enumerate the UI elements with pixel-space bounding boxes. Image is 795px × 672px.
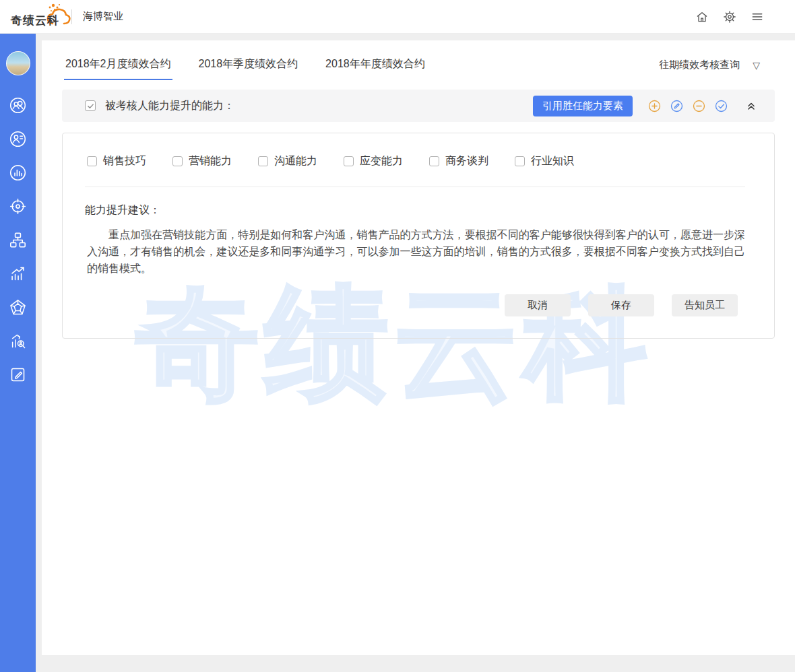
add-circle-icon[interactable] — [648, 100, 661, 112]
skill-option-sales-skill[interactable]: 销售技巧 — [87, 154, 146, 168]
target-icon — [9, 197, 27, 215]
trend-chart-icon — [9, 265, 27, 283]
left-sidebar — [0, 34, 36, 672]
users-icon — [9, 96, 27, 114]
checkbox-unchecked[interactable] — [258, 156, 268, 166]
skill-option-adaptability[interactable]: 应变能力 — [344, 154, 403, 168]
sidebar-item-users[interactable] — [8, 95, 28, 115]
history-query-label: 往期绩效考核查询 — [659, 59, 740, 71]
check-icon — [87, 102, 94, 110]
checkbox-unchecked[interactable] — [429, 156, 439, 166]
tab-2018-annual-contract[interactable]: 2018年年度绩效合约 — [324, 51, 426, 80]
cancel-button[interactable]: 取消 — [505, 294, 571, 316]
gear-icon[interactable] — [723, 10, 736, 24]
brand-logo[interactable]: 奇绩云科 — [8, 0, 62, 34]
section-title: 被考核人能力提升的能力： — [105, 99, 234, 113]
ability-section-box: 销售技巧 营销能力 沟通能力 应变能力 商务谈判 — [62, 133, 775, 339]
advice-text: 重点加强在营销技能方面，特别是如何和客户沟通，销售产品的方式方法，要根据不同的客… — [63, 217, 774, 277]
checkbox-unchecked[interactable] — [515, 156, 525, 166]
hamburger-menu-icon[interactable] — [751, 10, 764, 24]
sidebar-item-profiles[interactable] — [8, 129, 28, 149]
edit-circle-icon[interactable] — [670, 100, 683, 112]
header-divider — [71, 9, 72, 24]
user-avatar[interactable] — [6, 51, 30, 75]
action-buttons-row: 取消 保存 告知员工 — [63, 277, 774, 318]
sidebar-item-orgchart[interactable] — [8, 230, 28, 250]
brand-name: 奇绩云科 — [11, 13, 59, 28]
tab-2018-feb-monthly-contract[interactable]: 2018年2月度绩效合约 — [64, 51, 172, 80]
sidebar-item-compose[interactable] — [8, 364, 28, 384]
skill-checkbox-row: 销售技巧 营销能力 沟通能力 应变能力 商务谈判 — [63, 133, 774, 168]
sidebar-item-radar-evaluation[interactable] — [8, 297, 28, 317]
company-name: 海博智业 — [83, 10, 123, 23]
section-header-bar: 被考核人能力提升的能力： 引用胜任能力要素 — [62, 90, 775, 122]
home-icon[interactable] — [695, 10, 709, 24]
sidebar-item-trend-report[interactable] — [8, 263, 28, 283]
save-button[interactable]: 保存 — [588, 294, 654, 316]
confirm-circle-icon[interactable] — [715, 100, 728, 112]
edit-compose-icon — [9, 366, 27, 384]
skill-option-industry-knowledge[interactable]: 行业知识 — [515, 154, 574, 168]
sidebar-item-statistics[interactable] — [8, 162, 28, 182]
collapse-up-icon[interactable] — [745, 100, 757, 112]
contract-tabs: 2018年2月度绩效合约 2018年季度绩效合约 2018年年度绩效合约 往期绩… — [42, 40, 795, 90]
checkbox-unchecked[interactable] — [87, 156, 97, 166]
advice-label: 能力提升建议： — [63, 187, 774, 217]
skill-option-communication[interactable]: 沟通能力 — [258, 154, 317, 168]
tab-2018-quarterly-contract[interactable]: 2018年季度绩效合约 — [197, 51, 300, 80]
user-list-icon — [9, 130, 27, 148]
sidebar-item-talent-analysis[interactable] — [8, 331, 28, 351]
quote-competency-button[interactable]: 引用胜任能力要素 — [533, 96, 633, 116]
triangle-down-icon: ▽ — [753, 60, 760, 71]
skill-option-business-negotiation[interactable]: 商务谈判 — [429, 154, 488, 168]
history-assessment-query-dropdown[interactable]: 往期绩效考核查询 ▽ — [659, 59, 760, 71]
top-header: 奇绩云科 海博智业 — [0, 0, 795, 34]
radar-pentagon-icon — [9, 298, 27, 316]
remove-circle-icon[interactable] — [693, 100, 705, 112]
sitemap-icon — [9, 231, 27, 249]
skill-option-marketing-ability[interactable]: 营销能力 — [172, 154, 232, 168]
main-panel: 奇绩云科 2018年2月度绩效合约 2018年季度绩效合约 2018年年度绩效合… — [42, 40, 795, 655]
analysis-search-icon — [9, 332, 27, 350]
section-checkbox-checked[interactable] — [85, 100, 96, 111]
notify-employee-button[interactable]: 告知员工 — [672, 294, 738, 316]
sidebar-item-targets[interactable] — [8, 196, 28, 216]
bar-chart-icon — [9, 164, 27, 182]
checkbox-unchecked[interactable] — [344, 156, 354, 166]
checkbox-unchecked[interactable] — [172, 156, 183, 166]
